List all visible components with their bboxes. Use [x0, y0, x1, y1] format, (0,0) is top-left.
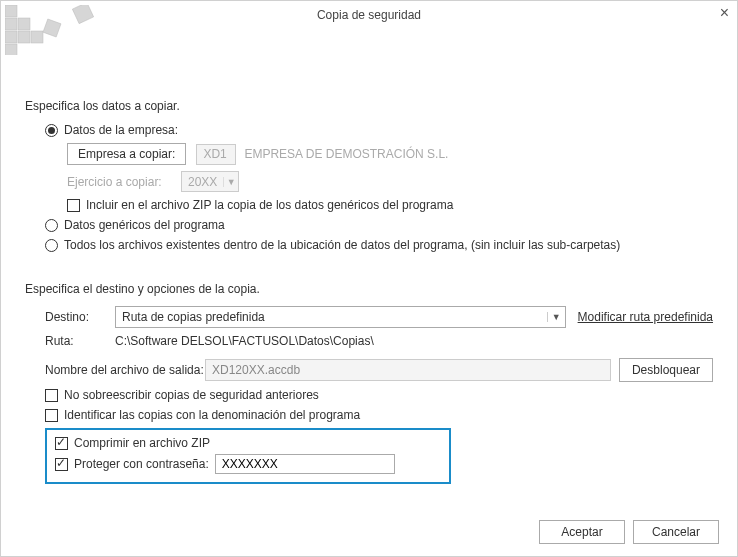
year-label: Ejercicio a copiar:	[67, 175, 171, 189]
year-select: 20XX ▼	[181, 171, 239, 192]
path-label: Ruta:	[45, 334, 115, 348]
chevron-down-icon: ▼	[223, 177, 238, 187]
dialog-title: Copia de seguridad	[317, 8, 421, 22]
checkbox-identify[interactable]	[45, 409, 58, 422]
cancel-button[interactable]: Cancelar	[633, 520, 719, 544]
dest-value: Ruta de copias predefinida	[116, 310, 547, 324]
radio-generic-label: Datos genéricos del programa	[64, 218, 225, 232]
checkbox-no-overwrite-label: No sobreescribir copias de seguridad ant…	[64, 388, 319, 402]
close-icon[interactable]: ×	[720, 5, 729, 21]
dest-label: Destino:	[45, 310, 115, 324]
section1-title: Especifica los datos a copiar.	[25, 99, 713, 113]
dest-select[interactable]: Ruta de copias predefinida ▼	[115, 306, 566, 328]
modify-path-link[interactable]: Modificar ruta predefinida	[578, 310, 713, 324]
path-value: C:\Software DELSOL\FACTUSOL\Datos\Copias…	[115, 334, 374, 348]
svg-rect-5	[31, 31, 43, 43]
checkbox-include-generic[interactable]	[67, 199, 80, 212]
checkbox-password[interactable]	[55, 458, 68, 471]
radio-all-files[interactable]	[45, 239, 58, 252]
svg-rect-4	[18, 31, 30, 43]
dialog-footer: Aceptar Cancelar	[531, 520, 719, 544]
radio-generic-data[interactable]	[45, 219, 58, 232]
checkbox-zip-label: Comprimir en archivo ZIP	[74, 436, 210, 450]
checkbox-include-generic-label: Incluir en el archivo ZIP la copia de lo…	[86, 198, 453, 212]
accept-button[interactable]: Aceptar	[539, 520, 625, 544]
password-field[interactable]	[215, 454, 395, 474]
outname-label: Nombre del archivo de salida:	[45, 363, 205, 377]
radio-company-label: Datos de la empresa:	[64, 123, 178, 137]
highlight-box: Comprimir en archivo ZIP Proteger con co…	[45, 428, 451, 484]
chevron-down-icon[interactable]: ▼	[547, 312, 565, 322]
company-to-copy-button[interactable]: Empresa a copiar:	[67, 143, 186, 165]
svg-rect-6	[5, 44, 17, 55]
year-value: 20XX	[182, 175, 223, 189]
outname-field	[205, 359, 611, 381]
radio-all-label: Todos los archivos existentes dentro de …	[64, 238, 620, 252]
svg-rect-3	[5, 31, 17, 43]
unlock-button[interactable]: Desbloquear	[619, 358, 713, 382]
title-bar: Copia de seguridad ×	[1, 5, 737, 25]
radio-company-data[interactable]	[45, 124, 58, 137]
checkbox-no-overwrite[interactable]	[45, 389, 58, 402]
company-name-text: EMPRESA DE DEMOSTRACIÓN S.L.	[244, 147, 448, 161]
checkbox-password-label: Proteger con contraseña:	[74, 457, 209, 471]
checkbox-identify-label: Identificar las copias con la denominaci…	[64, 408, 360, 422]
section2-title: Especifica el destino y opciones de la c…	[25, 282, 713, 296]
checkbox-zip[interactable]	[55, 437, 68, 450]
company-code-field	[196, 144, 236, 165]
